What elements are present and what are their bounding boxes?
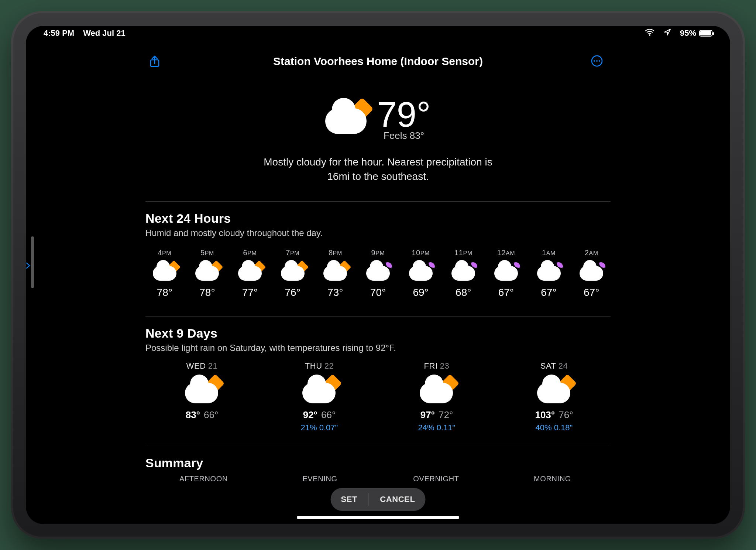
hour-label: 7PM: [274, 249, 312, 257]
hour-temp: 76°: [274, 287, 312, 298]
day-item[interactable]: THU22 92°66° 21% 0.07": [263, 361, 376, 433]
current-temp: 79°: [377, 97, 430, 132]
cancel-button[interactable]: CANCEL: [380, 495, 415, 504]
cloud-sun-icon: [185, 380, 219, 403]
hourly-list[interactable]: 4PM 78° 5PM 78° 6PM 77° 7PM 76° 8PM 73° …: [145, 249, 611, 298]
hour-temp: 77°: [231, 287, 269, 298]
cloud-moon-icon: [409, 264, 433, 281]
hour-temp: 67°: [487, 287, 525, 298]
day-temps: 97°72°: [380, 409, 493, 421]
hour-label: 5PM: [188, 249, 227, 257]
cloud-sun-icon: [420, 380, 454, 403]
hour-temp: 69°: [402, 287, 440, 298]
summary-column-label: EVENING: [262, 475, 378, 483]
ipad-frame: 4:59 PM Wed Jul 21 95%: [11, 11, 745, 539]
hour-item[interactable]: 9PM 70°: [359, 249, 397, 298]
cloud-moon-icon: [537, 264, 561, 281]
daily-title: Next 9 Days: [145, 326, 611, 341]
page-title: Station Voorhees Home (Indoor Sensor): [273, 55, 483, 68]
cloud-moon-icon: [366, 264, 390, 281]
battery-icon: [699, 30, 712, 37]
hour-item[interactable]: 6PM 77°: [231, 249, 269, 298]
hour-temp: 68°: [444, 287, 482, 298]
hour-temp: 78°: [145, 287, 184, 298]
location-icon: [664, 28, 671, 38]
summary-column-label: OVERNIGHT: [378, 475, 494, 483]
side-arrow-icon[interactable]: [26, 262, 31, 269]
hour-temp: 70°: [359, 287, 397, 298]
status-left: 4:59 PM Wed Jul 21: [44, 28, 126, 38]
home-indicator[interactable]: [297, 516, 459, 519]
summary-column-label: MORNING: [494, 475, 611, 483]
summary-columns: AFTERNOONEVENINGOVERNIGHTMORNING: [145, 475, 611, 483]
cloud-moon-icon: [451, 264, 475, 281]
day-label: THU22: [263, 361, 376, 371]
hour-item[interactable]: 7PM 76°: [274, 249, 312, 298]
share-button[interactable]: [149, 55, 160, 69]
status-time: 4:59 PM: [44, 28, 74, 38]
cloud-sun-icon: [281, 264, 305, 281]
precip: 24% 0.11": [380, 423, 493, 433]
hour-item[interactable]: 11PM 68°: [444, 249, 482, 298]
more-button[interactable]: [591, 55, 603, 69]
cloud-moon-icon: [580, 264, 603, 281]
day-temps: 83°66°: [145, 409, 258, 421]
battery-percent: 95%: [680, 28, 696, 38]
hour-item[interactable]: 2AM 67°: [572, 249, 611, 298]
hour-item[interactable]: 4PM 78°: [145, 249, 184, 298]
svg-point-5: [599, 60, 600, 62]
current-summary: Mostly cloudy for the hour. Nearest prec…: [145, 155, 611, 184]
cloud-sun-icon: [537, 380, 571, 403]
hour-item[interactable]: 12AM 67°: [487, 249, 525, 298]
status-right: 95%: [645, 28, 712, 38]
svg-point-3: [594, 60, 595, 62]
day-item[interactable]: WED21 83°66°: [145, 361, 258, 433]
divider: [145, 316, 611, 317]
cloud-sun-icon: [302, 380, 336, 403]
hour-item[interactable]: 1AM 67°: [530, 249, 568, 298]
day-item[interactable]: FRI23 97°72° 24% 0.11": [380, 361, 493, 433]
daily-list[interactable]: WED21 83°66° THU22 92°66° 21% 0.07" FRI2…: [145, 361, 611, 433]
summary-line-2: 16mi to the southeast.: [145, 169, 611, 184]
summary-title: Summary: [145, 456, 611, 470]
hour-item[interactable]: 5PM 78°: [188, 249, 227, 298]
feels-like: Feels 83°: [377, 130, 430, 141]
hour-temp: 67°: [530, 287, 568, 298]
hour-label: 1AM: [530, 249, 568, 257]
hour-temp: 78°: [188, 287, 227, 298]
cloud-sun-icon: [195, 264, 219, 281]
hour-temp: 67°: [572, 287, 611, 298]
current-conditions: 79° Feels 83° Mostly cloudy for the hour…: [145, 97, 611, 184]
hour-label: 6PM: [231, 249, 269, 257]
precip: 40% 0.18": [498, 423, 611, 433]
scroll-indicator[interactable]: [31, 236, 34, 288]
hour-item[interactable]: 8PM 73°: [316, 249, 355, 298]
action-toast: SET CANCEL: [331, 488, 426, 511]
precip: 21% 0.07": [263, 423, 376, 433]
day-item[interactable]: SAT24 103°76° 40% 0.18": [498, 361, 611, 433]
summary-column-label: AFTERNOON: [145, 475, 262, 483]
hourly-title: Next 24 Hours: [145, 211, 611, 226]
set-button[interactable]: SET: [341, 495, 358, 504]
day-label: WED21: [145, 361, 258, 371]
day-label: SAT24: [498, 361, 611, 371]
hourly-subtitle: Humid and mostly cloudy throughout the d…: [145, 228, 611, 238]
cloud-sun-icon: [325, 105, 367, 134]
hour-item[interactable]: 10PM 69°: [402, 249, 440, 298]
cloud-sun-icon: [238, 264, 262, 281]
hour-label: 9PM: [359, 249, 397, 257]
status-date: Wed Jul 21: [83, 28, 126, 38]
svg-point-0: [649, 34, 650, 36]
divider: [368, 493, 369, 506]
cloud-sun-icon: [153, 264, 176, 281]
hour-label: 4PM: [145, 249, 184, 257]
cloud-sun-icon: [323, 264, 347, 281]
battery-indicator: 95%: [680, 28, 712, 38]
day-temps: 92°66°: [263, 409, 376, 421]
wifi-icon: [645, 28, 655, 38]
hour-temp: 73°: [316, 287, 355, 298]
hour-label: 10PM: [402, 249, 440, 257]
status-bar: 4:59 PM Wed Jul 21 95%: [26, 26, 730, 41]
divider: [145, 446, 611, 446]
daily-subtitle: Possible light rain on Saturday, with te…: [145, 343, 611, 353]
